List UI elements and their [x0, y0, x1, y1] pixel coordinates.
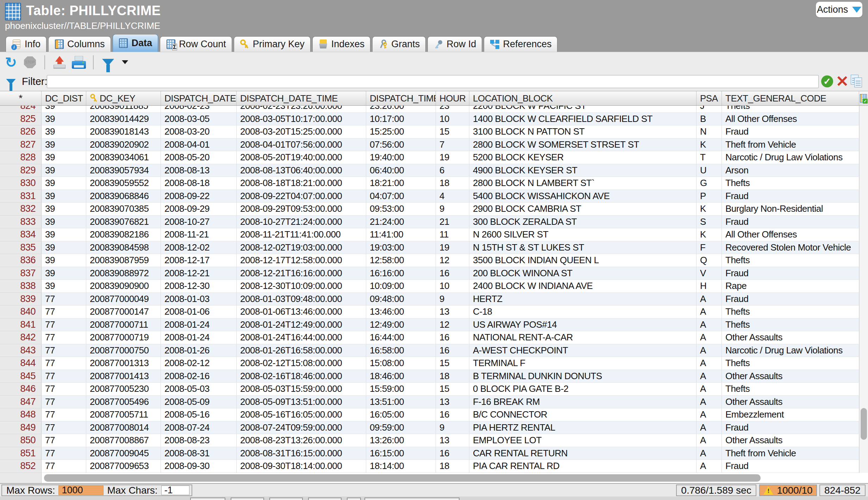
- table-row[interactable]: 844772008770013132008-02-122008-02-12T15…: [0, 357, 859, 370]
- table-cell[interactable]: 39: [42, 113, 86, 126]
- filter-button[interactable]: [101, 56, 115, 69]
- table-cell[interactable]: 3500 BLOCK INDIAN QUEEN L: [469, 254, 697, 267]
- table-cell[interactable]: 2008-05-09T13:51:00.000: [237, 396, 366, 409]
- table-cell[interactable]: 2008-02-16: [161, 370, 237, 383]
- table-cell[interactable]: 2008-07-24: [161, 421, 237, 434]
- table-cell[interactable]: Fraud: [722, 216, 859, 229]
- table-row[interactable]: 846772008770052302008-05-032008-05-03T15…: [0, 383, 859, 396]
- table-cell[interactable]: K: [697, 203, 722, 216]
- table-cell[interactable]: A-WEST CHECKPOINT: [469, 344, 697, 357]
- table-cell[interactable]: 5400 BLOCK WISSAHICKON AVE: [469, 190, 697, 203]
- vertical-scrollbar-thumb[interactable]: [861, 408, 867, 440]
- table-cell[interactable]: 2008-08-31: [161, 447, 237, 460]
- table-cell[interactable]: 18: [436, 177, 469, 190]
- table-cell[interactable]: 2008-01-26: [161, 344, 237, 357]
- table-cell[interactable]: 200839020902: [86, 138, 161, 152]
- table-cell[interactable]: 12: [436, 319, 469, 332]
- row-number[interactable]: 828: [0, 151, 42, 164]
- table-cell[interactable]: 09:53:00: [366, 203, 436, 216]
- table-cell[interactable]: B: [697, 113, 722, 126]
- table-cell[interactable]: 16: [436, 447, 469, 460]
- table-cell[interactable]: 2008-09-30: [161, 460, 237, 473]
- table-cell[interactable]: 19: [436, 151, 469, 164]
- table-cell[interactable]: 39: [42, 190, 86, 203]
- table-cell[interactable]: 200877009045: [86, 447, 161, 460]
- table-cell[interactable]: Arson: [722, 164, 859, 177]
- table-cell[interactable]: Embezzlement: [722, 408, 859, 421]
- table-cell[interactable]: N 2600 SILVER ST: [469, 228, 697, 241]
- table-cell[interactable]: 13:51:00: [366, 396, 436, 409]
- table-cell[interactable]: 18:14:00: [366, 460, 436, 473]
- table-cell[interactable]: 2008-12-21T16:16:00.000: [237, 267, 366, 280]
- table-cell[interactable]: 15:25:00: [366, 125, 436, 138]
- row-number[interactable]: 848: [0, 408, 42, 421]
- table-row[interactable]: 829392008390579342008-08-132008-08-13T06…: [0, 164, 859, 177]
- table-cell[interactable]: H: [697, 280, 722, 293]
- table-cell[interactable]: 11: [436, 228, 469, 241]
- table-cell[interactable]: 200877001413: [86, 370, 161, 383]
- table-cell[interactable]: F: [697, 241, 722, 254]
- table-cell[interactable]: 2400 BLOCK W INDIANA AVE: [469, 280, 697, 293]
- table-cell[interactable]: 2008-09-29T09:53:00.000: [237, 203, 366, 216]
- column-header-rownum[interactable]: *: [0, 91, 42, 105]
- row-number[interactable]: 837: [0, 267, 42, 280]
- table-row[interactable]: 851772008770090452008-08-312008-08-31T16…: [0, 447, 859, 460]
- table-cell[interactable]: V: [697, 267, 722, 280]
- table-cell[interactable]: 19:40:00: [366, 151, 436, 164]
- table-cell[interactable]: A: [697, 460, 722, 473]
- table-cell[interactable]: 200877008014: [86, 421, 161, 434]
- table-cell[interactable]: A: [697, 447, 722, 460]
- table-cell[interactable]: 39: [42, 280, 86, 293]
- table-cell[interactable]: 2008-08-18: [161, 177, 237, 190]
- table-cell[interactable]: 15: [436, 383, 469, 396]
- table-cell[interactable]: 16:44:00: [366, 331, 436, 344]
- table-cell[interactable]: 4: [436, 190, 469, 203]
- table-row[interactable]: 831392008390688462008-09-222008-09-22T04…: [0, 190, 859, 203]
- table-row[interactable]: 832392008390703852008-09-292008-09-29T09…: [0, 203, 859, 216]
- table-cell[interactable]: PIA HERTZ RENTAL: [469, 421, 697, 434]
- table-cell[interactable]: 2008-11-21: [161, 228, 237, 241]
- table-cell[interactable]: 2200 BLOCK W PACIFIC ST: [469, 106, 697, 113]
- table-cell[interactable]: 15:59:00: [366, 383, 436, 396]
- table-cell[interactable]: 13: [436, 305, 469, 319]
- table-cell[interactable]: 39: [42, 177, 86, 190]
- table-cell[interactable]: A: [697, 344, 722, 357]
- table-cell[interactable]: 1400 BLOCK W CLEARFIELD SARFIELD ST: [469, 113, 697, 126]
- table-cell[interactable]: 12:49:00: [366, 319, 436, 332]
- row-number[interactable]: 832: [0, 203, 42, 216]
- row-number[interactable]: 842: [0, 331, 42, 344]
- table-cell[interactable]: 300 BLOCK ZERALDA ST: [469, 216, 697, 229]
- table-cell[interactable]: PIA CAR RENTAL RD: [469, 460, 697, 473]
- table-row[interactable]: 847772008770054962008-05-092008-05-09T13…: [0, 396, 859, 409]
- table-cell[interactable]: 18: [436, 460, 469, 473]
- table-cell[interactable]: 77: [42, 447, 86, 460]
- table-cell[interactable]: 10:09:00: [366, 280, 436, 293]
- table-cell[interactable]: 2008-07-24T09:59:00.000: [237, 421, 366, 434]
- table-cell[interactable]: P: [697, 190, 722, 203]
- table-cell[interactable]: 16: [436, 408, 469, 421]
- row-number[interactable]: 827: [0, 138, 42, 152]
- table-cell[interactable]: 200839082186: [86, 228, 161, 241]
- clear-filter-button[interactable]: ✕: [836, 75, 848, 87]
- tab-references[interactable]: References: [484, 36, 557, 52]
- table-cell[interactable]: A: [697, 305, 722, 319]
- row-number[interactable]: 844: [0, 357, 42, 370]
- column-header-dispatch-time[interactable]: DISPATCH_TIME: [366, 91, 436, 105]
- table-cell[interactable]: 18:21:00: [366, 177, 436, 190]
- table-cell[interactable]: 200839034061: [86, 151, 161, 164]
- row-number[interactable]: 829: [0, 164, 42, 177]
- table-cell[interactable]: 200 BLOCK WINONA ST: [469, 267, 697, 280]
- row-number[interactable]: 852: [0, 460, 42, 473]
- table-cell[interactable]: 2008-01-24T12:49:00.000: [237, 319, 366, 332]
- table-cell[interactable]: 2008-12-21: [161, 267, 237, 280]
- stop-button[interactable]: STOP: [23, 56, 37, 69]
- table-cell[interactable]: 15:08:00: [366, 357, 436, 370]
- max-rows-input[interactable]: [58, 486, 104, 495]
- table-cell[interactable]: NATIONAL RENT-A-CAR: [469, 331, 697, 344]
- table-cell[interactable]: A: [697, 396, 722, 409]
- table-cell[interactable]: Rape: [722, 280, 859, 293]
- table-cell[interactable]: 16:16:00: [366, 267, 436, 280]
- table-cell[interactable]: 77: [42, 383, 86, 396]
- table-row[interactable]: 852772008770096532008-09-302008-09-30T18…: [0, 460, 859, 473]
- table-cell[interactable]: 200839068846: [86, 190, 161, 203]
